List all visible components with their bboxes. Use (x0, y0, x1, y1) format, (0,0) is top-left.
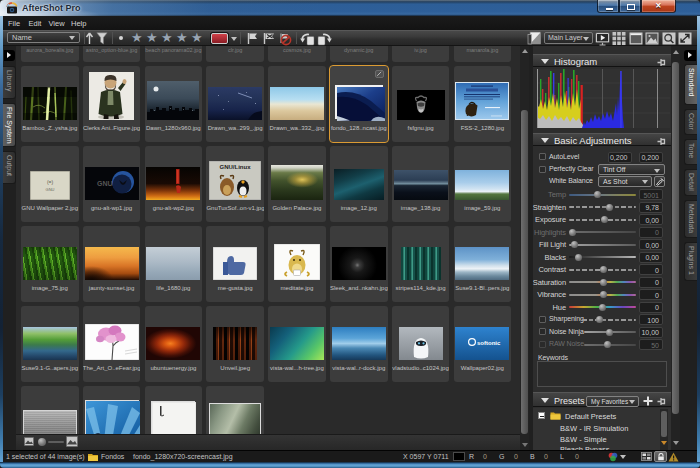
svg-text:GNU: GNU (97, 180, 113, 187)
svg-text:(=): (=) (47, 179, 54, 185)
svg-text:GNU: GNU (45, 187, 54, 192)
svg-text:softonic: softonic (477, 340, 501, 346)
svg-text:GNU/Linux: GNU/Linux (220, 164, 252, 170)
